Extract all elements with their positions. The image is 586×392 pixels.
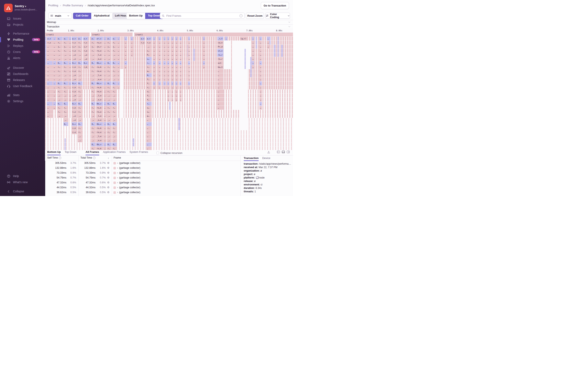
flame-frame[interactable]: 0… bbox=[107, 61, 112, 65]
flame-frame[interactable]: je…r bbox=[96, 45, 103, 49]
flame-frame[interactable]: _…e bbox=[83, 53, 88, 57]
flame-frame[interactable]: … bbox=[259, 49, 262, 53]
flame-frame[interactable]: … bbox=[53, 65, 56, 69]
flame-frame[interactable]: re…e bbox=[96, 110, 103, 114]
flame-frame[interactable]: _… bbox=[91, 98, 96, 102]
flame-frame[interactable]: … bbox=[153, 77, 155, 81]
flame-frame[interactable]: … bbox=[104, 41, 106, 44]
flame-frame[interactable]: 0… bbox=[91, 82, 96, 85]
flame-fill[interactable] bbox=[178, 126, 180, 130]
flame-fill[interactable] bbox=[256, 37, 257, 40]
flame-frame[interactable]: … bbox=[259, 61, 262, 65]
flame-frame[interactable]: … bbox=[146, 138, 152, 142]
flame-frame[interactable]: … bbox=[175, 73, 177, 77]
flame-frame[interactable]: r… bbox=[78, 41, 83, 44]
flame-frame[interactable]: p… bbox=[63, 37, 68, 40]
flame-frame[interactable]: _… bbox=[112, 77, 117, 81]
flame-fill[interactable] bbox=[281, 53, 283, 57]
flame-frame[interactable]: … bbox=[104, 102, 106, 106]
flame-frame[interactable]: … bbox=[104, 122, 106, 126]
color-coding-button[interactable]: Color Coding bbox=[266, 12, 290, 19]
flame-frame[interactable]: 0… bbox=[146, 73, 152, 77]
flame-frame[interactable]: … bbox=[104, 130, 106, 134]
flame-frame[interactable]: … bbox=[124, 41, 127, 44]
flame-frame[interactable]: … bbox=[175, 69, 177, 73]
flame-frame[interactable]: r… bbox=[63, 110, 68, 114]
gear-icon[interactable]: ⚙ bbox=[107, 191, 110, 194]
flame-frame[interactable]: … bbox=[259, 98, 262, 102]
flame-frame[interactable]: _… bbox=[112, 98, 117, 102]
sort-direction-icon[interactable]: ↓ bbox=[108, 156, 109, 159]
flame-frame[interactable]: … bbox=[146, 146, 152, 150]
flame-frame[interactable]: 0… bbox=[112, 142, 117, 146]
flame-frame[interactable]: _… bbox=[78, 57, 83, 61]
flame-frame[interactable]: … bbox=[217, 86, 223, 89]
flame-frame[interactable]: p… bbox=[146, 114, 152, 118]
flame-frame[interactable]: 0… bbox=[57, 61, 63, 65]
flame-frame[interactable]: p… bbox=[112, 37, 117, 40]
flame-frame[interactable]: … bbox=[179, 77, 181, 81]
flame-frame[interactable]: … bbox=[171, 53, 173, 57]
flame-frame[interactable]: … bbox=[179, 41, 181, 44]
flame-fill[interactable] bbox=[274, 49, 275, 53]
flame-frame[interactable]: … bbox=[252, 53, 254, 57]
flame-frame[interactable]: _… bbox=[91, 114, 96, 118]
flame-frame[interactable]: … bbox=[188, 65, 190, 69]
flame-frame[interactable]: p… bbox=[78, 37, 83, 40]
flame-frame[interactable]: r…e bbox=[72, 110, 77, 114]
flame-frame[interactable]: (g…r) bbox=[240, 37, 247, 40]
flame-frame[interactable]: … bbox=[259, 73, 262, 77]
flame-frame[interactable]: … bbox=[167, 82, 169, 85]
flame-frame[interactable]: … bbox=[47, 53, 53, 57]
flame-frame[interactable]: … bbox=[175, 45, 177, 49]
flame-frame[interactable]: _… bbox=[112, 118, 117, 122]
flame-frame[interactable]: … bbox=[47, 69, 53, 73]
flame-fill[interactable] bbox=[278, 45, 279, 49]
flame-frame[interactable]: … bbox=[131, 45, 133, 49]
flame-frame[interactable]: … bbox=[179, 61, 181, 65]
layout-bottom-panel-icon[interactable] bbox=[282, 150, 285, 154]
flame-frame[interactable]: 0… bbox=[112, 102, 117, 106]
flame-frame[interactable]: _…e bbox=[72, 114, 77, 118]
flame-frame[interactable]: … bbox=[217, 82, 223, 85]
flame-frame[interactable]: re…e bbox=[96, 49, 103, 53]
flame-frame[interactable]: 0…> bbox=[83, 61, 88, 65]
flame-frame[interactable]: r… bbox=[91, 49, 96, 53]
flame-fill[interactable] bbox=[256, 45, 257, 49]
table-row[interactable]: 39.62ms0.5%39.62ms0.5%⚙›(garbage collect… bbox=[45, 190, 240, 195]
flame-frame[interactable]: _l…e bbox=[96, 53, 103, 57]
flame-frame[interactable]: r… bbox=[63, 69, 68, 73]
flame-frame[interactable]: … bbox=[188, 53, 190, 57]
flame-frame[interactable]: 0b…> bbox=[96, 82, 103, 85]
flame-frame[interactable]: … bbox=[47, 90, 53, 94]
flame-frame[interactable]: … bbox=[153, 65, 155, 69]
flame-frame[interactable]: … bbox=[171, 57, 173, 61]
flame-frame[interactable]: … bbox=[259, 41, 262, 44]
flame-frame[interactable]: … bbox=[203, 53, 205, 57]
flame-frame[interactable]: … bbox=[117, 45, 120, 49]
flame-frame[interactable]: … bbox=[175, 86, 177, 89]
flame-frame[interactable]: … bbox=[179, 49, 181, 53]
flame-frame[interactable]: _… bbox=[57, 94, 63, 98]
flame-frame[interactable]: _… bbox=[146, 45, 152, 49]
flame-frame[interactable]: … bbox=[259, 57, 262, 61]
flame-frame[interactable]: … bbox=[104, 110, 106, 114]
flame-frame[interactable]: 0b…> bbox=[96, 142, 103, 146]
flame-frame[interactable]: r… bbox=[112, 86, 117, 89]
flame-frame[interactable]: _… bbox=[107, 94, 112, 98]
flame-frame[interactable]: r… bbox=[78, 69, 83, 73]
flame-frame[interactable]: … bbox=[259, 86, 262, 89]
flame-frame[interactable]: _… bbox=[57, 73, 63, 77]
flame-frame[interactable]: … bbox=[163, 86, 166, 89]
tab-application-frames[interactable]: Application Frames bbox=[103, 150, 126, 155]
flame-frame[interactable]: … bbox=[175, 94, 177, 98]
flame-frame[interactable]: … bbox=[175, 49, 177, 53]
flame-frame[interactable]: _… bbox=[107, 118, 112, 122]
flame-frame[interactable]: … bbox=[47, 114, 53, 118]
flame-frame[interactable]: … bbox=[158, 73, 161, 77]
flame-fill[interactable] bbox=[45, 41, 46, 44]
flame-frame[interactable]: r…e bbox=[72, 49, 77, 53]
flame-frame[interactable]: 0… bbox=[78, 102, 83, 106]
flame-frame[interactable]: 0b…> bbox=[96, 122, 103, 126]
flame-frame[interactable]: … bbox=[158, 86, 161, 89]
